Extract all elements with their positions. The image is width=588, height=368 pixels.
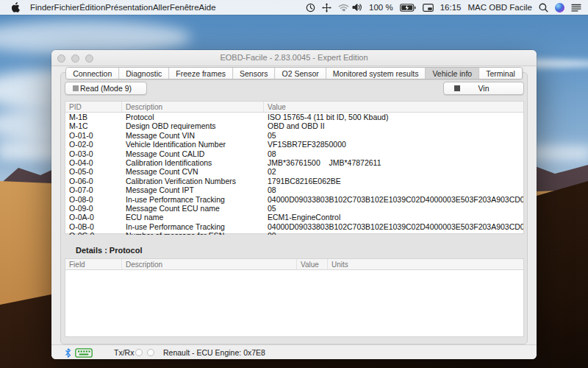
table-row[interactable]: O-05-0 Message Count CVN 02: [65, 167, 523, 176]
tab[interactable]: Diagnostic: [118, 68, 168, 79]
menu-item[interactable]: Aide: [199, 3, 216, 12]
table-row[interactable]: O-0A-0 ECU name ECM1-EngineControl: [65, 213, 523, 222]
menu-item[interactable]: Fenêtre: [170, 3, 199, 12]
table-header: PID Description Value: [65, 102, 523, 113]
spotlight-search-icon[interactable]: [539, 3, 548, 13]
read-button-icon: [73, 85, 79, 91]
menu-item[interactable]: Édition: [79, 3, 105, 12]
bluetooth-icon: [65, 345, 71, 359]
table-row[interactable]: O-0B-0 In-use Performance Tracking 04000…: [65, 222, 523, 231]
column-header-value[interactable]: Value: [297, 259, 328, 269]
column-header-units[interactable]: Units: [328, 259, 523, 269]
window-title: EOBD-Facile - 2.83.0045 - Expert Edition: [51, 53, 537, 62]
apple-menu-icon[interactable]: [7, 2, 24, 13]
tab[interactable]: Connection: [66, 68, 118, 79]
txrx-label: Tx/Rx: [114, 345, 134, 359]
time-machine-icon[interactable]: [306, 3, 315, 13]
tab[interactable]: Vehicle info: [425, 68, 478, 79]
tab[interactable]: O2 Sensor: [275, 68, 326, 79]
table-row[interactable]: O-04-0 Calibration Identifications JMB*3…: [65, 158, 523, 167]
status-bar: Tx/Rx Renault - ECU Engine: 0x7E8: [51, 344, 537, 359]
menu-bar: FinderFichierÉditionPrésentationAllerFen…: [0, 0, 588, 15]
table-row[interactable]: O-09-0 Message Count ECU name 05: [65, 204, 523, 213]
table-row[interactable]: O-03-0 Message Count CALID 08: [65, 149, 523, 158]
menu-item[interactable]: Aller: [153, 3, 170, 12]
read-mode9-button[interactable]: Read (Mode 9): [65, 82, 147, 95]
tab[interactable]: Monitored system results: [326, 68, 426, 79]
vehicle-info-table: PID Description Value M-1B Protocol ISO …: [65, 101, 524, 234]
details-table-header: Field Description Value Units: [65, 259, 523, 270]
wifi-icon[interactable]: [338, 3, 345, 12]
title-bar[interactable]: EOBD-Facile - 2.83.0045 - Expert Edition: [51, 50, 537, 66]
table-row[interactable]: O-06-0 Calibration Verification Numbers …: [65, 177, 523, 185]
menu-app-name[interactable]: MAC OBD Facile: [467, 3, 532, 12]
table-row[interactable]: O-0C-0 Number of message for ESN 00: [65, 231, 523, 235]
column-header-value[interactable]: Value: [264, 102, 523, 112]
table-row[interactable]: O-08-0 In-use Performance Tracking 04000…: [65, 195, 523, 204]
menu-item[interactable]: Présentation: [105, 3, 153, 12]
volume-icon[interactable]: [352, 3, 362, 12]
column-header-field[interactable]: Field: [65, 259, 122, 269]
table-row[interactable]: O-07-0 Message Count IPT 08: [65, 185, 523, 194]
column-header-description[interactable]: Description: [122, 259, 297, 269]
column-header-description[interactable]: Description: [122, 102, 264, 112]
details-section-title: Details : Protocol: [76, 246, 142, 255]
table-row[interactable]: M-1B Protocol ISO 15765-4 (11 bit ID, 50…: [65, 113, 523, 121]
menu-item[interactable]: Finder: [30, 3, 54, 12]
app-window: EOBD-Facile - 2.83.0045 - Expert Edition…: [51, 50, 537, 359]
notification-center-icon[interactable]: [571, 4, 581, 12]
column-header-pid[interactable]: PID: [65, 102, 122, 112]
connection-status: Renault - ECU Engine: 0x7E8: [163, 345, 265, 359]
vin-button-icon: [454, 85, 460, 91]
crosshair-icon[interactable]: [322, 3, 331, 13]
tab[interactable]: Terminal: [478, 68, 522, 79]
display-icon[interactable]: [423, 4, 434, 12]
table-row[interactable]: O-01-0 Message Count VIN 05: [65, 131, 523, 140]
menu-clock[interactable]: 16:15: [440, 3, 462, 12]
table-row[interactable]: M-1C Design OBD requirements OBD and OBD…: [65, 121, 523, 130]
siri-icon[interactable]: [555, 3, 564, 13]
menu-items: FinderFichierÉditionPrésentationAllerFen…: [24, 3, 223, 12]
obd-interface-icon: [75, 345, 93, 359]
vin-button[interactable]: Vin: [443, 82, 524, 95]
tab-bar: ConnectionDiagnosticFreeze framesSensors…: [65, 67, 523, 79]
tab[interactable]: Sensors: [232, 68, 275, 79]
table-row[interactable]: O-02-0 Vehicle Identification Number VF1…: [65, 140, 523, 149]
details-table: Field Description Value Units: [65, 258, 524, 337]
rx-indicator-led: [147, 345, 154, 359]
menu-item[interactable]: Fichier: [54, 3, 80, 12]
tx-indicator-led: [135, 345, 143, 359]
tab[interactable]: Freeze frames: [168, 68, 232, 79]
desktop: FinderFichierÉditionPrésentationAllerFen…: [0, 0, 588, 368]
battery-icon[interactable]: [400, 4, 416, 12]
battery-percent: 100 %: [369, 3, 393, 12]
table-body: M-1B Protocol ISO 15765-4 (11 bit ID, 50…: [65, 113, 523, 235]
